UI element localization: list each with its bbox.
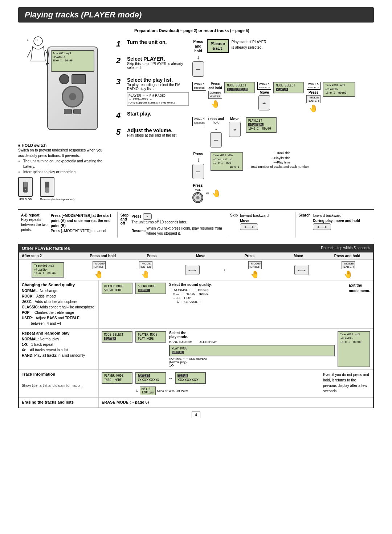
track-info-right: PLAYER MODEINFO. MODE ARTISTXXXXXXXXXXXX… [99, 370, 373, 397]
rr-normal-one-repeat: NORMAL ←→ ONE REPEAT [169, 357, 335, 360]
sq-rock-label: ROCK [185, 292, 195, 296]
step2-mode-btn2: –MODE/•ENTER [306, 95, 320, 103]
step-5-desc: Play stops at the end of the list. [127, 133, 189, 137]
ph-hand: 🤚 [94, 270, 103, 279]
step-2-content: Select PLAYER. Skip this step if PLAYER … [127, 56, 189, 70]
step3-diagram: Within 5seconds Press andhold ↓ ▬▬ Move … [192, 117, 374, 147]
press-diagrams-panel: Pressandhold ↓ ▬▬ PleaseWait Play starts… [192, 36, 374, 206]
track-info-row: Track Information Show title, artist and… [19, 370, 373, 397]
step4-diagram: Press ↓ ▬▬ Track001.WMA>Greatest hi19·0 … [192, 152, 374, 179]
ph-group: –MODE/•ENTER 🤚 [93, 261, 106, 279]
p2-hand: 🤚 [250, 270, 260, 279]
step1-press-group: Pressandhold ↓ ▬▬ [192, 39, 204, 77]
device-btn-3 [64, 109, 72, 114]
step-3-content: Select the play list. To play recordings… [127, 77, 189, 106]
press-hold-cell: –MODE/•ENTER 🤚 [77, 261, 121, 279]
skip-move-label: Move [240, 218, 269, 223]
page-title: Playing tracks (PLAYER mode) [18, 7, 374, 23]
step-4-content: Start play. [127, 111, 189, 117]
steps-panel: 1 Turn the unit on. 2 Select PLAYER. Ski… [116, 36, 189, 206]
step1-diagram: Pressandhold ↓ ▬▬ PleaseWait Play starts… [192, 39, 374, 77]
hold-bullet-2: Interruptions to play or recording. [23, 169, 113, 175]
search-desc: During play, move and hold [313, 218, 360, 223]
sq-pop: POP: Clarifies the treble range [22, 310, 95, 315]
device-jog-area [51, 86, 94, 108]
ab-repeat-title: A-B repeat [21, 213, 49, 217]
device-btn-4 [73, 109, 81, 114]
col-press: Press [129, 254, 175, 258]
search-directions: forward backward [313, 213, 360, 218]
step2-press-label: Press [309, 90, 318, 94]
move2-cell: ◀——▶ [280, 265, 324, 275]
press-cell: –MODE/•ENTER 🤚 [124, 261, 168, 279]
ab-repeat-instruction: Press [–MODE/•ENTER] at the start point … [51, 213, 114, 228]
play-time-label: ····Play time [273, 161, 290, 164]
step2-move-label: Move [260, 90, 269, 94]
sq-player-mode-display: PLAYER MODESOUND MODE [102, 283, 132, 294]
stop-title: Stopand off [121, 213, 129, 225]
step2-press-group: Within 5seconds Press –MODE/•ENTER 🤚 [306, 82, 320, 113]
left-panel: R L Track001.mp3>PLAYER<18·0 I 00:00 [18, 36, 113, 206]
step2-mode-display2-group: MODE SELECTPLAYER [273, 82, 304, 93]
sq-pop-label: POP [184, 296, 191, 300]
sound-quality-desc: NORMAL: No change ROCK: Adds impact JAZZ… [22, 288, 95, 326]
rr-track-display: Track001.mp3>PLAYER<18·0 I 00:00 [338, 331, 370, 367]
page-container: Playing tracks (PLAYER mode) Preparation… [15, 0, 377, 424]
sq-sound-mode-group: SOUND MODENORMAL [135, 283, 166, 326]
skip-title: Skip [230, 213, 238, 217]
release-switch [40, 177, 54, 197]
vol-knob[interactable] [192, 192, 203, 203]
step2-mode-display1: MODE SELECTIC RECORDER [224, 82, 255, 93]
step2-within5-2: Within 5seconds [257, 82, 271, 90]
arrow-cell: → [217, 267, 230, 273]
step1-down-arrow: ↓ [197, 54, 200, 61]
sq-user: USER: Adjust BASS and TREBLE between -4 … [22, 315, 95, 326]
ti-mp3-label: MP3 [142, 388, 147, 391]
device-buttons-area [51, 74, 94, 84]
sq-chart: ···· NORMAL ←→ TREBLE ⊕ —→ ROCK BASS JAZ… [169, 288, 346, 304]
rr-all: ♻: All tracks repeat in a list [22, 347, 95, 353]
step-2: 2 Select PLAYER. Skip this step if PLAYE… [116, 56, 189, 70]
sq-player-mode-group: PLAYER MODESOUND MODE [102, 283, 132, 326]
after-step2-display: Track001.mp3>PLAYER<18·0 I 00:00 [32, 262, 64, 278]
step3-device-icon: ▬▬ [210, 132, 222, 147]
sq-jazz: JAZZ: Adds club-like atmosphere [22, 299, 95, 304]
repeat-random-title: Repeat and Random play [22, 331, 95, 335]
step4-track-group: Track001.WMA>Greatest hi19·0 I 000 18·0 … [211, 152, 243, 171]
step5-hand: 🤚 [212, 189, 221, 198]
ph2-group: –MODE/•ENTER 🤚 [342, 261, 355, 279]
step-4-num: 4 [116, 111, 125, 120]
rr-normal-play: (Normal play) [169, 360, 335, 364]
sq-jazz-pop-row: JAZZ POP [173, 296, 346, 300]
rr-rand-label: RAND [169, 340, 179, 344]
step-3-desc: To play recordings, select the FM RADIO … [127, 83, 189, 91]
step4-down-arrow: ↓ [197, 157, 200, 163]
stop-device-icon: ■ [143, 213, 152, 220]
sq-exit-label: Exit themode menu. [349, 283, 370, 326]
search-device-icon: ◀——▶ [313, 223, 331, 230]
of-header-row: After step 2 Press and hold Press Move P… [19, 252, 373, 260]
rr-normal: NORMAL: Normal play [22, 336, 95, 342]
step5-press-label: Press [193, 183, 203, 187]
step3-move-label: Move [230, 117, 240, 121]
step-1-content: Turn the unit on. [127, 39, 189, 45]
sq-select-label: Select the sound quality. [169, 283, 346, 287]
ti-player-mode-display: PLAYER MODEINFO. MODE [102, 372, 132, 384]
total-tracks-label: ····Total number of tracks and track num… [247, 165, 290, 169]
step2-diagram: Within 5seconds Pressand hold –MODE/•ENT… [192, 82, 374, 113]
sound-quality-title: Changing the Sound quality [22, 283, 95, 287]
track-info-left: Track Information Show title, artist and… [19, 370, 99, 397]
erase-left: Erasing the tracks and lists [19, 398, 99, 408]
move-cell: ◀——▶ [171, 265, 215, 275]
search-section: Search forward backward During play, mov… [295, 212, 374, 238]
p-group: –MODE/•ENTER 🤚 [139, 261, 152, 279]
page-number: 4 [18, 413, 374, 417]
step5-press-group: Press VOL [192, 183, 203, 203]
stop-press-label: Press [131, 214, 141, 219]
sq-classic-label: ← CLASSIC ← [180, 300, 203, 304]
prep-line: Preparation: Download(→page 2) or record… [134, 28, 374, 33]
ti-bitrate-display: MP3 3 128Kbps [140, 387, 156, 395]
svg-point-7 [196, 196, 199, 199]
step4-track-display: Track001.WMA>Greatest hi19·0 I 000 18·0 … [211, 152, 243, 171]
ph2-hand: 🤚 [344, 270, 353, 279]
